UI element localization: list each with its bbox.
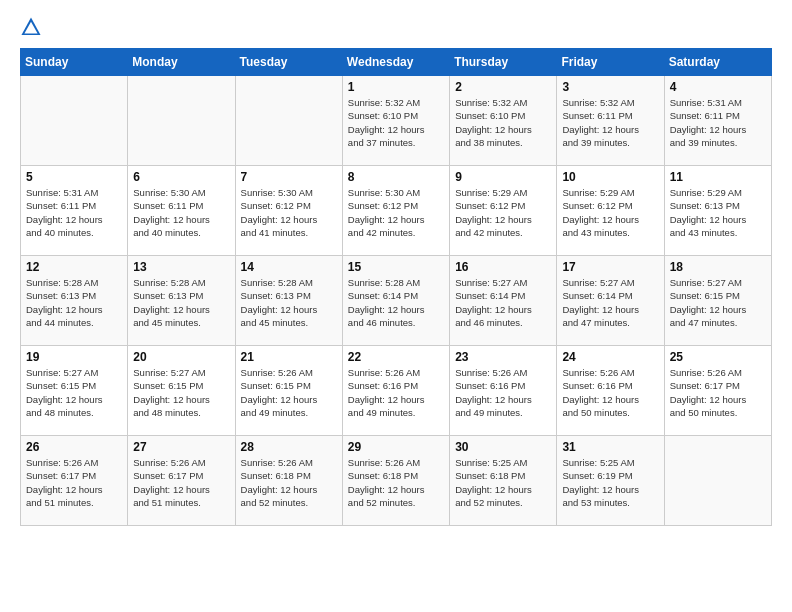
- header-day-saturday: Saturday: [664, 49, 771, 76]
- day-info: Sunrise: 5:32 AM Sunset: 6:10 PM Dayligh…: [455, 96, 551, 149]
- day-info: Sunrise: 5:29 AM Sunset: 6:12 PM Dayligh…: [562, 186, 658, 239]
- day-info: Sunrise: 5:27 AM Sunset: 6:15 PM Dayligh…: [26, 366, 122, 419]
- header-day-friday: Friday: [557, 49, 664, 76]
- day-number: 3: [562, 80, 658, 94]
- calendar-cell: 29Sunrise: 5:26 AM Sunset: 6:18 PM Dayli…: [342, 436, 449, 526]
- day-number: 12: [26, 260, 122, 274]
- calendar-cell: [21, 76, 128, 166]
- day-info: Sunrise: 5:26 AM Sunset: 6:16 PM Dayligh…: [455, 366, 551, 419]
- day-info: Sunrise: 5:31 AM Sunset: 6:11 PM Dayligh…: [26, 186, 122, 239]
- day-number: 18: [670, 260, 766, 274]
- calendar-cell: 3Sunrise: 5:32 AM Sunset: 6:11 PM Daylig…: [557, 76, 664, 166]
- day-number: 21: [241, 350, 337, 364]
- day-number: 4: [670, 80, 766, 94]
- day-number: 8: [348, 170, 444, 184]
- day-info: Sunrise: 5:27 AM Sunset: 6:15 PM Dayligh…: [133, 366, 229, 419]
- calendar-cell: 12Sunrise: 5:28 AM Sunset: 6:13 PM Dayli…: [21, 256, 128, 346]
- calendar-cell: 1Sunrise: 5:32 AM Sunset: 6:10 PM Daylig…: [342, 76, 449, 166]
- calendar-cell: 14Sunrise: 5:28 AM Sunset: 6:13 PM Dayli…: [235, 256, 342, 346]
- day-info: Sunrise: 5:26 AM Sunset: 6:16 PM Dayligh…: [562, 366, 658, 419]
- calendar-cell: 31Sunrise: 5:25 AM Sunset: 6:19 PM Dayli…: [557, 436, 664, 526]
- calendar-cell: [128, 76, 235, 166]
- day-info: Sunrise: 5:29 AM Sunset: 6:13 PM Dayligh…: [670, 186, 766, 239]
- day-info: Sunrise: 5:32 AM Sunset: 6:11 PM Dayligh…: [562, 96, 658, 149]
- calendar-cell: 15Sunrise: 5:28 AM Sunset: 6:14 PM Dayli…: [342, 256, 449, 346]
- calendar-cell: 8Sunrise: 5:30 AM Sunset: 6:12 PM Daylig…: [342, 166, 449, 256]
- calendar-cell: 23Sunrise: 5:26 AM Sunset: 6:16 PM Dayli…: [450, 346, 557, 436]
- calendar-cell: 21Sunrise: 5:26 AM Sunset: 6:15 PM Dayli…: [235, 346, 342, 436]
- day-number: 27: [133, 440, 229, 454]
- calendar-cell: 9Sunrise: 5:29 AM Sunset: 6:12 PM Daylig…: [450, 166, 557, 256]
- calendar-cell: 20Sunrise: 5:27 AM Sunset: 6:15 PM Dayli…: [128, 346, 235, 436]
- day-number: 6: [133, 170, 229, 184]
- calendar-cell: 13Sunrise: 5:28 AM Sunset: 6:13 PM Dayli…: [128, 256, 235, 346]
- calendar-header-row: SundayMondayTuesdayWednesdayThursdayFrid…: [21, 49, 772, 76]
- header-day-monday: Monday: [128, 49, 235, 76]
- calendar-cell: 30Sunrise: 5:25 AM Sunset: 6:18 PM Dayli…: [450, 436, 557, 526]
- day-number: 9: [455, 170, 551, 184]
- day-info: Sunrise: 5:26 AM Sunset: 6:18 PM Dayligh…: [348, 456, 444, 509]
- day-number: 15: [348, 260, 444, 274]
- page-header: [20, 16, 772, 38]
- day-info: Sunrise: 5:26 AM Sunset: 6:17 PM Dayligh…: [26, 456, 122, 509]
- day-info: Sunrise: 5:25 AM Sunset: 6:18 PM Dayligh…: [455, 456, 551, 509]
- calendar-week-row: 5Sunrise: 5:31 AM Sunset: 6:11 PM Daylig…: [21, 166, 772, 256]
- day-info: Sunrise: 5:32 AM Sunset: 6:10 PM Dayligh…: [348, 96, 444, 149]
- logo-icon: [20, 16, 42, 38]
- day-info: Sunrise: 5:26 AM Sunset: 6:17 PM Dayligh…: [133, 456, 229, 509]
- day-info: Sunrise: 5:28 AM Sunset: 6:14 PM Dayligh…: [348, 276, 444, 329]
- calendar-cell: 28Sunrise: 5:26 AM Sunset: 6:18 PM Dayli…: [235, 436, 342, 526]
- day-number: 31: [562, 440, 658, 454]
- day-info: Sunrise: 5:30 AM Sunset: 6:12 PM Dayligh…: [348, 186, 444, 239]
- day-number: 17: [562, 260, 658, 274]
- day-info: Sunrise: 5:30 AM Sunset: 6:11 PM Dayligh…: [133, 186, 229, 239]
- calendar-cell: 27Sunrise: 5:26 AM Sunset: 6:17 PM Dayli…: [128, 436, 235, 526]
- calendar-cell: 6Sunrise: 5:30 AM Sunset: 6:11 PM Daylig…: [128, 166, 235, 256]
- calendar-cell: [235, 76, 342, 166]
- header-day-tuesday: Tuesday: [235, 49, 342, 76]
- day-number: 29: [348, 440, 444, 454]
- day-number: 20: [133, 350, 229, 364]
- calendar-cell: 24Sunrise: 5:26 AM Sunset: 6:16 PM Dayli…: [557, 346, 664, 436]
- day-number: 2: [455, 80, 551, 94]
- calendar-table: SundayMondayTuesdayWednesdayThursdayFrid…: [20, 48, 772, 526]
- day-info: Sunrise: 5:27 AM Sunset: 6:15 PM Dayligh…: [670, 276, 766, 329]
- day-info: Sunrise: 5:26 AM Sunset: 6:18 PM Dayligh…: [241, 456, 337, 509]
- calendar-week-row: 26Sunrise: 5:26 AM Sunset: 6:17 PM Dayli…: [21, 436, 772, 526]
- calendar-cell: 10Sunrise: 5:29 AM Sunset: 6:12 PM Dayli…: [557, 166, 664, 256]
- calendar-week-row: 19Sunrise: 5:27 AM Sunset: 6:15 PM Dayli…: [21, 346, 772, 436]
- calendar-cell: 2Sunrise: 5:32 AM Sunset: 6:10 PM Daylig…: [450, 76, 557, 166]
- day-number: 19: [26, 350, 122, 364]
- day-info: Sunrise: 5:27 AM Sunset: 6:14 PM Dayligh…: [455, 276, 551, 329]
- day-number: 11: [670, 170, 766, 184]
- day-number: 22: [348, 350, 444, 364]
- calendar-cell: 16Sunrise: 5:27 AM Sunset: 6:14 PM Dayli…: [450, 256, 557, 346]
- day-info: Sunrise: 5:29 AM Sunset: 6:12 PM Dayligh…: [455, 186, 551, 239]
- day-info: Sunrise: 5:30 AM Sunset: 6:12 PM Dayligh…: [241, 186, 337, 239]
- header-day-thursday: Thursday: [450, 49, 557, 76]
- calendar-cell: 22Sunrise: 5:26 AM Sunset: 6:16 PM Dayli…: [342, 346, 449, 436]
- logo: [20, 16, 46, 38]
- day-number: 28: [241, 440, 337, 454]
- day-info: Sunrise: 5:31 AM Sunset: 6:11 PM Dayligh…: [670, 96, 766, 149]
- day-info: Sunrise: 5:28 AM Sunset: 6:13 PM Dayligh…: [26, 276, 122, 329]
- day-number: 10: [562, 170, 658, 184]
- day-info: Sunrise: 5:28 AM Sunset: 6:13 PM Dayligh…: [133, 276, 229, 329]
- calendar-cell: 7Sunrise: 5:30 AM Sunset: 6:12 PM Daylig…: [235, 166, 342, 256]
- day-number: 14: [241, 260, 337, 274]
- calendar-week-row: 12Sunrise: 5:28 AM Sunset: 6:13 PM Dayli…: [21, 256, 772, 346]
- calendar-cell: 18Sunrise: 5:27 AM Sunset: 6:15 PM Dayli…: [664, 256, 771, 346]
- day-info: Sunrise: 5:26 AM Sunset: 6:15 PM Dayligh…: [241, 366, 337, 419]
- day-number: 24: [562, 350, 658, 364]
- day-info: Sunrise: 5:26 AM Sunset: 6:17 PM Dayligh…: [670, 366, 766, 419]
- calendar-cell: 26Sunrise: 5:26 AM Sunset: 6:17 PM Dayli…: [21, 436, 128, 526]
- calendar-cell: 17Sunrise: 5:27 AM Sunset: 6:14 PM Dayli…: [557, 256, 664, 346]
- day-number: 13: [133, 260, 229, 274]
- calendar-cell: [664, 436, 771, 526]
- day-number: 7: [241, 170, 337, 184]
- day-info: Sunrise: 5:26 AM Sunset: 6:16 PM Dayligh…: [348, 366, 444, 419]
- calendar-week-row: 1Sunrise: 5:32 AM Sunset: 6:10 PM Daylig…: [21, 76, 772, 166]
- day-number: 16: [455, 260, 551, 274]
- day-number: 5: [26, 170, 122, 184]
- calendar-cell: 11Sunrise: 5:29 AM Sunset: 6:13 PM Dayli…: [664, 166, 771, 256]
